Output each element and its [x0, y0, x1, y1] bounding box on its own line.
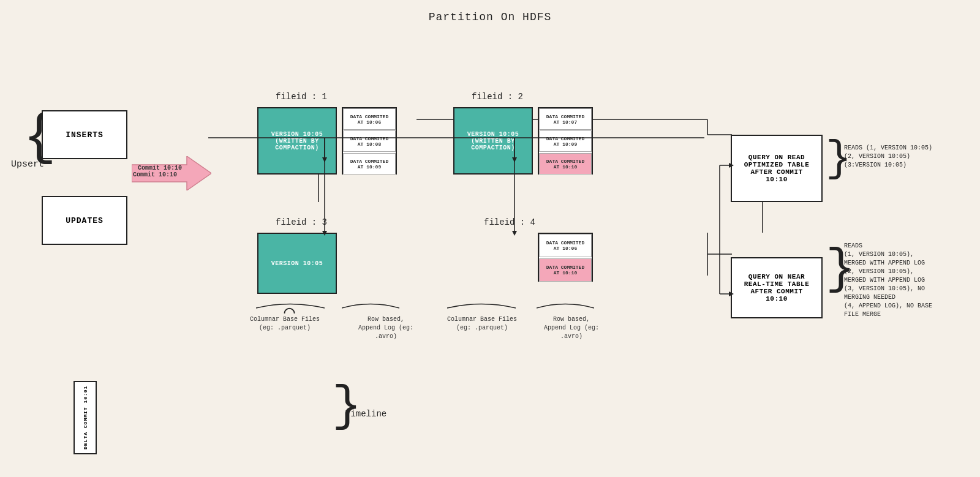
updates-box: UPDATES	[42, 196, 127, 245]
svg-text:Commit 10:10: Commit 10:10	[133, 171, 177, 178]
fileid1-label: fileid : 1	[276, 92, 327, 102]
page-title: Partition On HDFS	[0, 0, 980, 23]
svg-marker-24	[512, 231, 517, 236]
commit-arrow: Commit 10:10 Commit 10:10	[132, 156, 211, 193]
timeline-section: DELTA COMMIT 10:10 DELTA COMMIT 10:09 DE…	[74, 381, 92, 454]
diagram: Upsert { INSERTS UPDATES Commit 10:10 Co…	[0, 31, 980, 471]
timeline-label: Timeline	[345, 409, 386, 419]
reads-optimized-text: READS (1, VERSION 10:05) (2, VERSION 10:…	[844, 144, 942, 170]
inserts-box: INSERTS	[42, 110, 127, 159]
svg-marker-15	[729, 291, 734, 296]
query-near-realtime-box: QUERY ON NEARREAL-TIME TABLEAFTER COMMIT…	[731, 257, 823, 318]
reads-nearrt-text: READS(1, VERSION 10:05),MERGED WITH APPE…	[844, 242, 932, 319]
svg-marker-14	[729, 163, 734, 168]
query-optimized-box: QUERY ON READOPTIMIZED TABLEAFTER COMMIT…	[731, 135, 823, 202]
svg-marker-22	[322, 231, 327, 236]
timeline-delta-10-01: DELTA COMMIT 10:01	[74, 381, 97, 454]
timeline-brace: }	[332, 378, 361, 434]
fileid2-label: fileid : 2	[472, 92, 523, 102]
